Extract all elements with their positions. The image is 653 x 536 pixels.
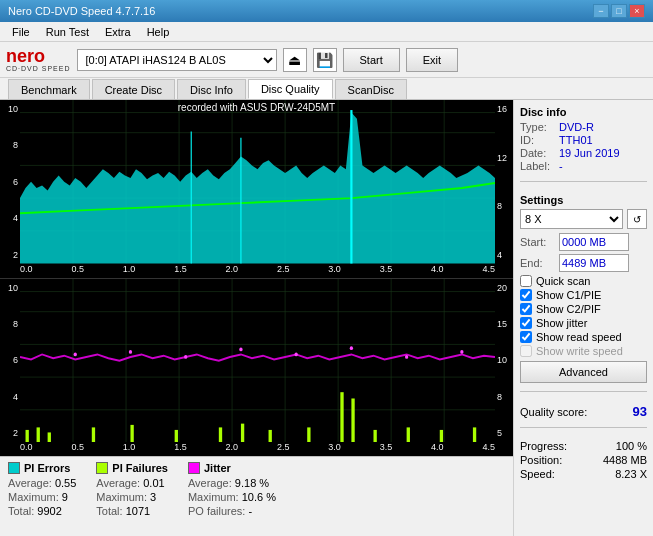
settings-section: Settings 8 X 4 X Max ↺ Start: End: Quick… — [520, 194, 647, 383]
svg-rect-41 — [373, 429, 376, 442]
charts-container: recorded with ASUS DRW-24D5MT 10 8 6 4 2… — [0, 100, 513, 456]
stats-bar: PI Errors Average: 0.55 Maximum: 9 Total… — [0, 456, 513, 536]
show-c1-pie-label: Show C1/PIE — [536, 289, 601, 301]
logo-nero: nero — [6, 47, 71, 65]
date-value: 19 Jun 2019 — [559, 147, 620, 159]
menu-extra[interactable]: Extra — [97, 24, 139, 40]
svg-rect-43 — [440, 429, 443, 442]
pi-failures-total: 1071 — [126, 505, 150, 517]
progress-label: Progress: — [520, 440, 567, 452]
bottom-chart-canvas — [20, 279, 495, 443]
svg-rect-39 — [340, 392, 343, 442]
pi-errors-max: 9 — [62, 491, 68, 503]
top-chart: 10 8 6 4 2 16 12 8 4 — [0, 100, 513, 279]
quick-scan-checkbox[interactable] — [520, 275, 532, 287]
pi-errors-total: 9902 — [37, 505, 61, 517]
toolbar: nero CD·DVD SPEED [0:0] ATAPI iHAS124 B … — [0, 42, 653, 78]
top-chart-svg — [20, 100, 495, 264]
show-jitter-checkbox[interactable] — [520, 317, 532, 329]
progress-value: 100 % — [616, 440, 647, 452]
pi-errors-stat: PI Errors Average: 0.55 Maximum: 9 Total… — [8, 462, 76, 517]
show-c2-pif-label: Show C2/PIF — [536, 303, 601, 315]
start-input[interactable] — [559, 233, 629, 251]
y-axis-left-bottom: 10 8 6 4 2 — [0, 279, 20, 443]
pi-failures-label: PI Failures — [112, 462, 168, 474]
quality-score-value: 93 — [633, 404, 647, 419]
show-write-speed-checkbox[interactable] — [520, 345, 532, 357]
svg-point-52 — [460, 350, 463, 354]
position-label: Position: — [520, 454, 562, 466]
nero-logo: nero CD·DVD SPEED — [6, 47, 71, 72]
show-write-speed-label: Show write speed — [536, 345, 623, 357]
speed-value: 8.23 X — [615, 468, 647, 480]
type-label: Type: — [520, 121, 555, 133]
tab-bar: Benchmark Create Disc Disc Info Disc Qua… — [0, 78, 653, 100]
tab-scan-disc[interactable]: ScanDisc — [335, 79, 407, 99]
id-value: TTH01 — [559, 134, 593, 146]
menu-help[interactable]: Help — [139, 24, 178, 40]
bottom-chart: 10 8 6 4 2 20 15 10 8 5 — [0, 279, 513, 457]
pi-failures-avg: 0.01 — [143, 477, 164, 489]
show-jitter-label: Show jitter — [536, 317, 587, 329]
quality-score-label: Quality score: — [520, 406, 587, 418]
eject-button[interactable]: ⏏ — [283, 48, 307, 72]
svg-rect-35 — [219, 427, 222, 442]
maximize-button[interactable]: □ — [611, 4, 627, 18]
minimize-button[interactable]: − — [593, 4, 609, 18]
window-controls: − □ × — [593, 4, 645, 18]
svg-rect-33 — [130, 424, 133, 442]
svg-point-47 — [184, 355, 187, 359]
show-read-speed-label: Show read speed — [536, 331, 622, 343]
save-button[interactable]: 💾 — [313, 48, 337, 72]
svg-rect-37 — [269, 429, 272, 442]
menu-file[interactable]: File — [4, 24, 38, 40]
end-label: End: — [520, 257, 555, 269]
tab-create-disc[interactable]: Create Disc — [92, 79, 175, 99]
speed-label: Speed: — [520, 468, 555, 480]
pi-errors-legend-box — [8, 462, 20, 474]
svg-rect-36 — [241, 423, 244, 442]
svg-rect-34 — [175, 429, 178, 442]
show-read-speed-checkbox[interactable] — [520, 331, 532, 343]
chart-title: recorded with ASUS DRW-24D5MT — [178, 102, 335, 113]
jitter-avg: 9.18 % — [235, 477, 269, 489]
tab-disc-info[interactable]: Disc Info — [177, 79, 246, 99]
pi-errors-label: PI Errors — [24, 462, 70, 474]
jitter-label: Jitter — [204, 462, 231, 474]
svg-rect-30 — [37, 427, 40, 442]
end-input[interactable] — [559, 254, 629, 272]
tab-disc-quality[interactable]: Disc Quality — [248, 79, 333, 99]
show-c1-pie-checkbox[interactable] — [520, 289, 532, 301]
close-button[interactable]: × — [629, 4, 645, 18]
right-panel: Disc info Type: DVD-R ID: TTH01 Date: 19… — [513, 100, 653, 536]
tab-benchmark[interactable]: Benchmark — [8, 79, 90, 99]
start-button[interactable]: Start — [343, 48, 400, 72]
y-axis-left-top: 10 8 6 4 2 — [0, 100, 20, 264]
top-chart-canvas — [20, 100, 495, 264]
chart-panel: recorded with ASUS DRW-24D5MT 10 8 6 4 2… — [0, 100, 513, 536]
disc-info-title: Disc info — [520, 106, 647, 118]
refresh-button[interactable]: ↺ — [627, 209, 647, 229]
drive-select[interactable]: [0:0] ATAPI iHAS124 B AL0S — [77, 49, 277, 71]
exit-button[interactable]: Exit — [406, 48, 458, 72]
logo-sub: CD·DVD SPEED — [6, 65, 71, 72]
svg-rect-29 — [26, 429, 29, 442]
x-axis-top: 0.0 0.5 1.0 1.5 2.0 2.5 3.0 3.5 4.0 4.5 — [20, 264, 495, 278]
svg-point-50 — [350, 346, 353, 350]
menu-bar: File Run Test Extra Help — [0, 22, 653, 42]
svg-rect-32 — [92, 427, 95, 442]
advanced-button[interactable]: Advanced — [520, 361, 647, 383]
menu-run-test[interactable]: Run Test — [38, 24, 97, 40]
pi-failures-stat: PI Failures Average: 0.01 Maximum: 3 Tot… — [96, 462, 168, 517]
speed-select[interactable]: 8 X 4 X Max — [520, 209, 623, 229]
svg-point-45 — [74, 352, 77, 356]
bottom-chart-svg — [20, 279, 495, 443]
position-value: 4488 MB — [603, 454, 647, 466]
id-label: ID: — [520, 134, 555, 146]
svg-rect-42 — [407, 427, 410, 442]
progress-section: Progress: 100 % Position: 4488 MB Speed:… — [520, 440, 647, 482]
show-c2-pif-checkbox[interactable] — [520, 303, 532, 315]
y-axis-right-top: 16 12 8 4 — [495, 100, 513, 264]
label-value: - — [559, 160, 563, 172]
disc-info-section: Disc info Type: DVD-R ID: TTH01 Date: 19… — [520, 106, 647, 173]
